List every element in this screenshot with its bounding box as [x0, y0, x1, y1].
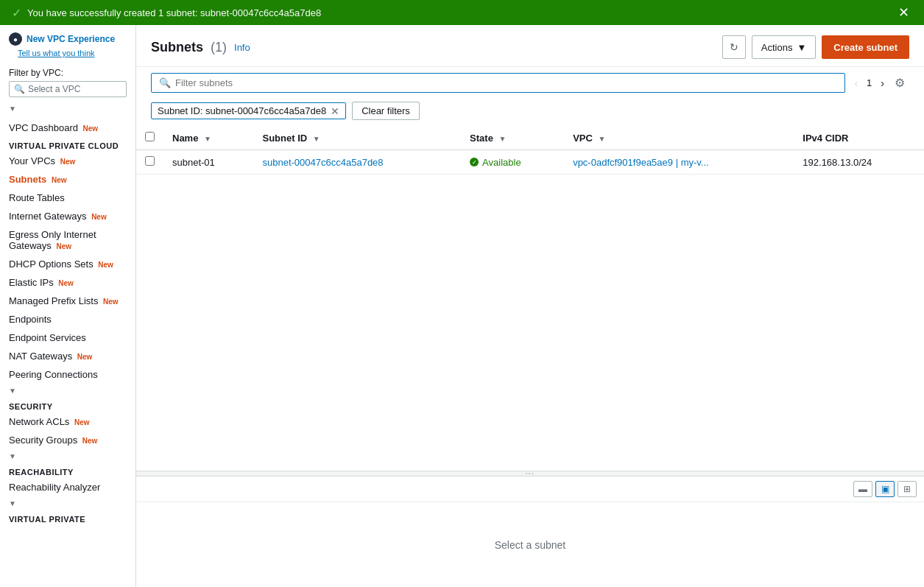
security-collapse-icon[interactable]: ▼	[0, 384, 135, 398]
panel-title: Subnets	[151, 40, 203, 55]
filter-tag-remove-button[interactable]: ✕	[331, 106, 339, 116]
col-ipv4-cidr: IPv4 CIDR	[794, 126, 924, 150]
sidebar-item-vpc-dashboard[interactable]: VPC Dashboard New	[0, 119, 135, 137]
table-settings-button[interactable]: ⚙	[890, 74, 909, 91]
filter-vpc-section: Filter by VPC: 🔍 Select a VPC	[0, 63, 135, 102]
filter-vpc-label: Filter by VPC:	[9, 68, 127, 78]
filter-tag-label: Subnet ID: subnet-00047c6cc4a5a7de8	[158, 105, 326, 116]
bottom-panel-header: ▬ ▣ ⊞	[136, 477, 924, 502]
search-bar: 🔍 ‹ 1 › ⚙	[136, 67, 924, 99]
cell-vpc: vpc-0adfcf901f9ea5ae9 | my-v...	[564, 150, 794, 175]
prev-page-button[interactable]: ‹	[851, 76, 861, 91]
state-sort-icon[interactable]: ▼	[499, 135, 507, 143]
actions-label: Actions	[761, 42, 793, 53]
sidebar-experience-subtitle[interactable]: Tell us what you think	[0, 49, 135, 63]
bottom-panel: ▬ ▣ ⊞ Select a subnet	[136, 477, 924, 587]
sidebar-item-peering[interactable]: Peering Connections	[0, 365, 135, 384]
sidebar-item-subnets[interactable]: Subnets New	[0, 170, 135, 189]
sidebar-nav-vpc: VPC Dashboard New VIRTUAL PRIVATE CLOUD …	[0, 116, 135, 528]
sidebar-header: ● New VPC Experience	[0, 25, 135, 49]
sidebar-section-security: SECURITY	[0, 398, 135, 412]
bottom-panel-content: Select a subnet	[136, 502, 924, 587]
sidebar: ● New VPC Experience Tell us what you th…	[0, 25, 136, 587]
pagination-controls: ‹ 1 › ⚙	[851, 74, 909, 91]
sidebar-collapse-button[interactable]: ‹	[135, 295, 136, 318]
refresh-button[interactable]: ↻	[722, 35, 746, 59]
sidebar-item-dhcp[interactable]: DHCP Options Sets New	[0, 255, 135, 273]
sidebar-item-elastic-ips[interactable]: Elastic IPs New	[0, 273, 135, 292]
sidebar-item-reachability-analyzer[interactable]: Reachability Analyzer	[0, 478, 135, 496]
sidebar-item-internet-gateways[interactable]: Internet Gateways New	[0, 207, 135, 225]
panel-header: Subnets (1) Info ↻ Actions ▼ Create subn…	[136, 25, 924, 67]
page-number: 1	[864, 77, 875, 88]
vpc-collapse-icon[interactable]: ▼	[0, 102, 135, 116]
create-subnet-button[interactable]: Create subnet	[822, 35, 909, 59]
next-page-button[interactable]: ›	[878, 76, 887, 91]
panel-view-detail-btn[interactable]: ▣	[875, 481, 895, 497]
resize-handle[interactable]: ⋯	[136, 471, 924, 477]
filter-vpc-select[interactable]: 🔍 Select a VPC	[9, 81, 127, 97]
sidebar-section-virtual-private: VIRTUAL PRIVATE	[0, 510, 135, 525]
search-input[interactable]	[175, 77, 837, 88]
sidebar-item-security-groups[interactable]: Security Groups New	[0, 431, 135, 449]
cell-ipv4-cidr: 192.168.13.0/24	[794, 150, 924, 175]
panel-view-full-btn[interactable]: ⊞	[897, 481, 917, 497]
col-state: State ▼	[461, 126, 564, 150]
panel-count: (1)	[211, 40, 227, 55]
sidebar-section-vpc: VIRTUAL PRIVATE CLOUD	[0, 137, 135, 152]
subnets-panel: Subnets (1) Info ↻ Actions ▼ Create subn…	[136, 25, 924, 471]
subnet-id-link[interactable]: subnet-00047c6cc4a5a7de8	[263, 157, 384, 168]
status-label: Available	[482, 157, 521, 168]
select-prompt: Select a subnet	[495, 539, 566, 551]
actions-button[interactable]: Actions ▼	[752, 35, 817, 59]
select-all-checkbox[interactable]	[145, 132, 155, 141]
virtual-private-collapse-icon[interactable]: ▼	[0, 496, 135, 510]
vpc-logo-icon: ●	[9, 32, 22, 46]
actions-chevron-icon: ▼	[797, 42, 806, 53]
clear-filters-button[interactable]: Clear filters	[352, 102, 420, 120]
sidebar-item-route-tables[interactable]: Route Tables	[0, 189, 135, 207]
vpc-link[interactable]: vpc-0adfcf901f9ea5ae9 | my-v...	[573, 157, 709, 168]
success-banner: ✓ You have successfully created 1 subnet…	[0, 0, 924, 25]
search-icon-sm: 🔍	[14, 84, 25, 94]
search-icon: 🔍	[159, 77, 171, 88]
vpc-sort-icon[interactable]: ▼	[598, 135, 605, 143]
banner-message: You have successfully created 1 subnet: …	[27, 7, 321, 18]
row-checkbox[interactable]	[145, 156, 155, 166]
col-vpc: VPC ▼	[564, 126, 794, 150]
filter-tags: Subnet ID: subnet-00047c6cc4a5a7de8 ✕ Cl…	[136, 99, 924, 126]
sidebar-experience-title: New VPC Experience	[27, 34, 115, 44]
sidebar-section-reachability: REACHABILITY	[0, 463, 135, 478]
subnet-id-sort-icon[interactable]: ▼	[313, 135, 320, 143]
sidebar-item-prefix-lists[interactable]: Managed Prefix Lists New	[0, 292, 135, 310]
reachability-collapse-icon[interactable]: ▼	[0, 449, 135, 463]
cell-subnet-id: subnet-00047c6cc4a5a7de8	[254, 150, 462, 175]
table-row: subnet-01 subnet-00047c6cc4a5a7de8 ✓ Ava…	[136, 150, 924, 175]
sidebar-item-egress-gateways[interactable]: Egress Only Internet Gateways New	[0, 225, 135, 255]
filter-vpc-placeholder: Select a VPC	[28, 84, 80, 94]
info-link[interactable]: Info	[234, 42, 250, 53]
success-icon: ✓	[12, 6, 21, 20]
sidebar-item-endpoints[interactable]: Endpoints	[0, 310, 135, 328]
panel-view-split-btn[interactable]: ▬	[853, 481, 872, 497]
sidebar-item-endpoint-services[interactable]: Endpoint Services	[0, 328, 135, 347]
col-name: Name ▼	[163, 126, 254, 150]
col-subnet-id: Subnet ID ▼	[254, 126, 462, 150]
subnets-table: Name ▼ Subnet ID ▼ State ▼ VPC ▼	[136, 126, 924, 471]
search-input-wrap: 🔍	[151, 73, 845, 93]
content-area: Subnets (1) Info ↻ Actions ▼ Create subn…	[136, 25, 924, 587]
panel-header-actions: ↻ Actions ▼ Create subnet	[722, 35, 909, 59]
sidebar-item-nat-gateways[interactable]: NAT Gateways New	[0, 347, 135, 365]
status-available-icon: ✓	[470, 158, 479, 166]
sidebar-item-your-vpcs[interactable]: Your VPCs New	[0, 152, 135, 170]
close-banner-button[interactable]: ✕	[895, 4, 912, 21]
name-sort-icon[interactable]: ▼	[204, 135, 211, 143]
sidebar-item-network-acls[interactable]: Network ACLs New	[0, 412, 135, 431]
cell-state: ✓ Available	[461, 150, 564, 175]
cell-name: subnet-01	[163, 150, 254, 175]
filter-tag-subnet-id: Subnet ID: subnet-00047c6cc4a5a7de8 ✕	[151, 102, 346, 119]
